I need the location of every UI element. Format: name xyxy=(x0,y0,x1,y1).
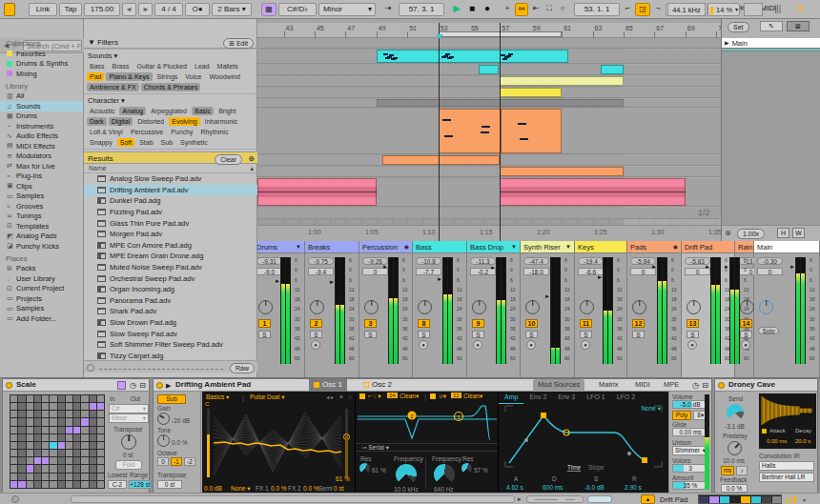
time-signature-field[interactable]: 4 / 4 xyxy=(154,3,183,16)
scale-cell[interactable] xyxy=(73,457,80,464)
strip-header[interactable]: Breaks xyxy=(305,241,359,253)
scale-cell[interactable] xyxy=(27,395,33,402)
amount-value[interactable]: 35 % xyxy=(672,481,708,490)
sidebar-item-punchy-kicks[interactable]: ◪Punchy Kicks xyxy=(0,241,83,252)
voices-value[interactable]: 3 xyxy=(672,464,708,473)
filter-response-display[interactable]: 2 1 xyxy=(358,402,497,442)
volume-field[interactable]: -9.0 xyxy=(257,268,282,275)
strip-header[interactable]: Pads◉ xyxy=(627,241,681,253)
volume-field[interactable]: -18.0 xyxy=(523,268,549,275)
scale-cell[interactable] xyxy=(50,434,56,441)
scale-cell[interactable] xyxy=(97,403,104,410)
scale-cell[interactable] xyxy=(42,411,49,417)
f1-freq-knob[interactable] xyxy=(396,464,417,485)
sidebar-item-grooves[interactable]: ≈Grooves xyxy=(0,201,83,212)
fader-handle[interactable]: ► xyxy=(437,276,442,282)
scale-cell[interactable] xyxy=(58,403,65,410)
fader-handle[interactable]: ► xyxy=(724,264,729,270)
display-circle-icon[interactable]: ○ xyxy=(348,393,352,400)
track-lane[interactable] xyxy=(257,155,721,166)
second-window-icon[interactable]: ≡ xyxy=(797,2,804,15)
scale-cell[interactable] xyxy=(66,450,72,456)
track-activator-number[interactable]: 11 xyxy=(580,319,592,328)
result-item[interactable]: Organ Incoming.adg xyxy=(84,284,257,295)
scale-cell[interactable] xyxy=(34,427,41,433)
arrangement-position-field[interactable]: 57. 3. 1 xyxy=(399,3,444,16)
scale-cell[interactable] xyxy=(10,427,17,433)
filter-tag-ambience-fx[interactable]: Ambience & FX xyxy=(87,83,139,91)
mixer-strip-synth-riser[interactable]: Synth Riser▼-47.4-18.0606121824303642486… xyxy=(521,241,575,377)
scale-cell[interactable] xyxy=(34,457,41,464)
scale-cell[interactable] xyxy=(58,457,65,464)
scale-cell[interactable] xyxy=(73,465,80,472)
scale-cell[interactable] xyxy=(73,395,80,402)
scale-cell[interactable] xyxy=(73,450,80,456)
result-item[interactable]: Fizzling Pad.adv xyxy=(84,207,257,218)
scale-cell[interactable] xyxy=(18,481,25,488)
scale-cell[interactable] xyxy=(42,434,49,441)
track-lane[interactable] xyxy=(257,99,721,108)
filter-routing-select[interactable]: ⊸ Serial ▾ xyxy=(356,443,499,452)
scale-cell[interactable] xyxy=(18,434,25,441)
result-item[interactable]: Slow Drown Pad.adg xyxy=(84,317,257,329)
sidebar-item-instruments[interactable]: ◔Instruments xyxy=(0,121,83,131)
arm-button[interactable]: ● xyxy=(419,340,428,350)
fold-device-icon[interactable]: ▶ xyxy=(166,380,171,392)
scale-mode-icon[interactable]: ▦ xyxy=(261,3,277,16)
filter-tag-arpeggiated[interactable]: Arpeggiated xyxy=(148,107,190,115)
arm-button[interactable]: ● xyxy=(581,340,590,350)
zoom-level-display[interactable]: 1.00x xyxy=(737,229,765,239)
overview-toggle-icon[interactable]: ||| xyxy=(774,4,781,13)
punch-out-icon[interactable]: ¬ xyxy=(652,3,664,16)
wavetable-position-slider[interactable] xyxy=(345,409,348,477)
scale-cell[interactable] xyxy=(27,442,33,449)
scale-cell[interactable] xyxy=(66,411,72,417)
hot-swap-icon[interactable]: ◷ xyxy=(692,380,699,392)
arm-button[interactable]: ● xyxy=(526,340,536,350)
scale-cell[interactable] xyxy=(81,411,88,417)
scale-cell[interactable] xyxy=(90,442,96,449)
scale-cell[interactable] xyxy=(81,427,88,433)
wavetable-category-select[interactable]: Basics ▾ xyxy=(206,393,229,401)
track-lane[interactable] xyxy=(257,208,721,219)
track-lane[interactable] xyxy=(257,178,721,207)
stop-button[interactable]: ■ xyxy=(465,3,479,16)
scale-cell[interactable] xyxy=(97,481,104,488)
unison-select[interactable]: Shimmer▾ xyxy=(672,446,708,455)
clip[interactable] xyxy=(257,178,377,206)
filter-tag-lofi-vinyl[interactable]: Lofi & Vinyl xyxy=(87,128,126,136)
filter-tag-inharmonic[interactable]: Inharmonic xyxy=(202,117,241,126)
fold-button[interactable]: Fold xyxy=(115,460,142,470)
osc-gain-slider[interactable] xyxy=(207,409,210,477)
hot-swap-icon[interactable]: ◷ xyxy=(130,380,136,392)
scale-cell[interactable] xyxy=(58,465,65,472)
subtab-env2[interactable]: Env 2 xyxy=(523,392,552,404)
track-lane[interactable] xyxy=(257,88,721,98)
strip-header[interactable]: Percussion◉ xyxy=(359,241,412,253)
scale-root-select[interactable]: C#▾ xyxy=(109,404,149,413)
scale-cell[interactable] xyxy=(18,442,25,449)
follow-button[interactable]: ⇥ xyxy=(381,3,395,16)
volume-field[interactable]: -7.7 xyxy=(416,268,441,275)
map-mode-icon[interactable] xyxy=(117,381,126,390)
pan-knob[interactable] xyxy=(364,300,379,314)
new-button[interactable]: + xyxy=(502,3,513,16)
scale-cell[interactable] xyxy=(42,442,49,449)
scale-cell[interactable] xyxy=(97,474,104,480)
scale-cell[interactable] xyxy=(73,403,80,410)
transpose-knob[interactable] xyxy=(121,434,136,450)
scale-cell[interactable] xyxy=(10,395,17,402)
automation-arm-button[interactable]: ⚯ xyxy=(515,3,528,16)
scale-cell[interactable] xyxy=(50,395,56,402)
filter-tag-mallets[interactable]: Mallets xyxy=(215,62,241,71)
scale-cell[interactable] xyxy=(73,474,80,480)
scale-cell[interactable] xyxy=(18,465,25,472)
tab-mod-sources[interactable]: Mod Sources xyxy=(533,379,584,392)
glide-value[interactable]: 0.00 ms xyxy=(672,428,708,436)
predelay-knob[interactable] xyxy=(728,441,742,455)
filter-tag-piano-keys[interactable]: Piano & Keys xyxy=(106,72,152,81)
filter-tag-dark[interactable]: Dark xyxy=(87,117,107,126)
scale-cell[interactable] xyxy=(66,418,72,425)
mixer-strip-bass[interactable]: Bass-10.8-7.76061218243036424860►8S● xyxy=(413,241,467,377)
result-item[interactable]: Glass Thin Pure Pad.adv xyxy=(84,217,257,229)
